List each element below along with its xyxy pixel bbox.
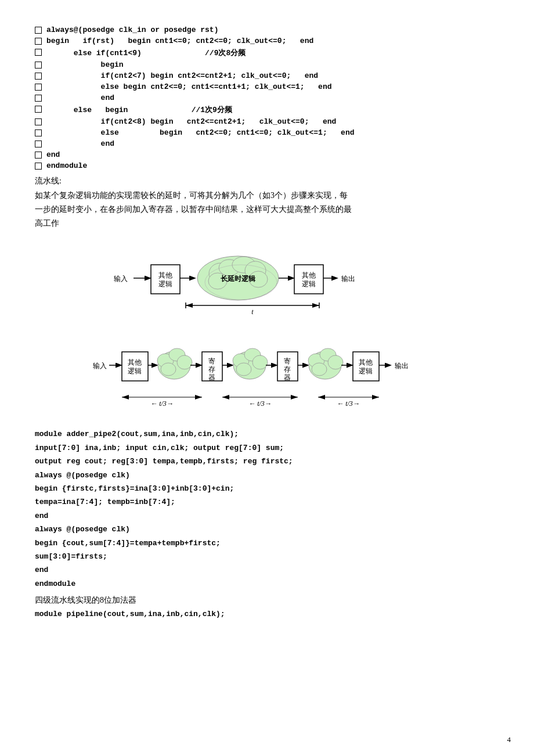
svg-text:长延时逻辑: 长延时逻辑 [221, 275, 256, 283]
code-text: begin [46, 60, 124, 69]
svg-text:← t/3→: ← t/3→ [337, 399, 360, 408]
svg-point-36 [177, 355, 192, 369]
svg-text:存: 存 [208, 365, 215, 373]
checkbox-icon [35, 152, 42, 159]
code-main-line: 四级流水线实现的8位加法器 [35, 593, 499, 607]
code-main-line: input[7:0] ina,inb; input cin,clk; outpu… [35, 441, 499, 455]
code-line: end [35, 139, 499, 148]
svg-text:逻辑: 逻辑 [128, 367, 142, 375]
code-main-line: end [35, 509, 499, 523]
svg-rect-61 [353, 352, 379, 381]
code-line: always@(posedge clk_in or posedge rst) [35, 26, 499, 34]
code-main-line: begin {firstc,firsts}=ina[3:0]+inb[3:0]+… [35, 482, 499, 495]
svg-rect-16 [294, 265, 323, 294]
code-line: else begin cnt2<=0; cnt1<=0; clk_out<=1;… [35, 128, 499, 137]
svg-text:其他: 其他 [359, 358, 373, 366]
svg-marker-67 [122, 395, 129, 399]
code-line: begin [35, 60, 499, 69]
svg-text:器: 器 [284, 373, 291, 381]
code-text: end [46, 93, 114, 102]
code-line: if(cnt2<8) begin cnt2<=cnt2+1; clk_out<=… [35, 117, 499, 126]
code-text: if(cnt2<8) begin cnt2<=cnt2+1; clk_out<=… [46, 117, 336, 126]
svg-text:寄: 寄 [208, 357, 215, 365]
code-line: begin if(rst) begin cnt1<=0; cnt2<=0; cl… [35, 37, 499, 45]
svg-text:逻辑: 逻辑 [302, 280, 316, 288]
svg-text:← t/3→: ← t/3→ [248, 399, 272, 408]
code-line: if(cnt2<7) begin cnt2<=cnt2+1; clk_out<=… [35, 71, 499, 80]
svg-text:输出: 输出 [341, 275, 355, 283]
checkbox-icon [35, 49, 42, 56]
svg-text:← t/3→: ← t/3→ [150, 399, 174, 408]
diagram2: 输入 其他 逻辑 寄 存 器 寄 存 器 [87, 329, 447, 416]
code-main-line: sum[3:0]=firsts; [35, 550, 499, 563]
svg-text:逻辑: 逻辑 [359, 367, 373, 375]
code-text: if(cnt2<7) begin cnt2<=cnt2+1; clk_out<=… [46, 71, 318, 80]
code-main-line: module pipeline(cout,sum,ina,inb,cin,clk… [35, 607, 499, 621]
checkbox-icon [35, 38, 42, 45]
svg-marker-76 [372, 395, 379, 399]
svg-point-48 [236, 363, 251, 376]
diagrams-container: 输入 其他 逻辑 长延时逻辑 其他 逻辑 输出 t [35, 242, 499, 416]
svg-text:输出: 输出 [395, 362, 409, 370]
svg-point-47 [252, 355, 268, 369]
code-text: else begin cnt2<=0; cnt1<=0; clk_out<=1;… [46, 128, 355, 137]
code-main-line: always @(posedge clk) [35, 523, 499, 536]
code-text: else if(cnt1<9) //9次8分频 [46, 48, 246, 58]
svg-marker-71 [222, 395, 229, 399]
checkbox-icon [35, 129, 42, 136]
code-section-top: always@(posedge clk_in or posedge rst)be… [35, 26, 499, 170]
svg-point-59 [312, 363, 327, 376]
svg-rect-2 [151, 265, 180, 294]
code-text: end [46, 139, 114, 148]
checkbox-icon [35, 95, 42, 102]
code-text: else begin //1次9分频 [46, 105, 232, 115]
pipeline-title: 流水线: [35, 176, 499, 186]
svg-point-58 [328, 355, 343, 369]
code-main-line: tempa=ina[7:4]; tempb=inb[7:4]; [35, 495, 499, 509]
svg-marker-72 [291, 395, 298, 399]
svg-text:逻辑: 逻辑 [158, 280, 172, 288]
svg-point-37 [161, 363, 176, 376]
checkbox-icon [35, 27, 42, 34]
svg-text:器: 器 [208, 373, 215, 381]
svg-text:存: 存 [284, 365, 291, 373]
svg-marker-25 [186, 303, 193, 308]
svg-text:输入: 输入 [114, 275, 128, 283]
code-text: always@(posedge clk_in or posedge rst) [46, 26, 218, 34]
code-main-line: begin {cout,sum[7:4]}=tempa+tempb+firstc… [35, 537, 499, 550]
code-line: else begin //1次9分频 [35, 105, 499, 115]
svg-text:其他: 其他 [158, 271, 172, 279]
code-text: else begin cnt2<=0; cnt1<=cnt1+1; clk_ou… [46, 82, 331, 91]
pipeline-body: 如某个复杂逻辑功能的实现需较长的延时，可将其分解为几个（如3个）步骤来实现，每 … [35, 189, 499, 230]
code-text: end [46, 150, 60, 159]
diagram1: 输入 其他 逻辑 长延时逻辑 其他 逻辑 输出 t [104, 242, 430, 317]
code-main-line: output reg cout; reg[3:0] tempa,tempb,fi… [35, 455, 499, 468]
svg-marker-68 [195, 395, 202, 399]
checkbox-icon [35, 73, 42, 80]
svg-text:其他: 其他 [302, 271, 316, 279]
code-line: end [35, 150, 499, 159]
code-main-line: module adder_pipe2(cout,sum,ina,inb,cin,… [35, 427, 499, 441]
code-line: endmodule [35, 161, 499, 170]
checkbox-icon [35, 141, 42, 147]
checkbox-icon [35, 62, 42, 69]
svg-marker-75 [318, 395, 325, 399]
two-stage-pipeline-section: module adder_pipe2(cout,sum,ina,inb,cin,… [35, 427, 499, 621]
svg-text:其他: 其他 [128, 358, 142, 366]
svg-rect-29 [122, 352, 148, 381]
code-text: endmodule [46, 161, 87, 170]
svg-text:输入: 输入 [93, 362, 107, 370]
svg-text:寄: 寄 [284, 357, 291, 365]
checkbox-icon [35, 106, 42, 113]
svg-text:t: t [251, 308, 254, 316]
checkbox-icon [35, 84, 42, 91]
code-main-line: endmodule [35, 577, 499, 591]
checkbox-icon [35, 118, 42, 125]
code-line: end [35, 93, 499, 102]
code-line: else begin cnt2<=0; cnt1<=cnt1+1; clk_ou… [35, 82, 499, 91]
code-line: else if(cnt1<9) //9次8分频 [35, 48, 499, 58]
code-main-line: always @(posedge clk) [35, 469, 499, 482]
code-main-line: end [35, 563, 499, 577]
svg-marker-26 [312, 303, 319, 308]
code-text: begin if(rst) begin cnt1<=0; cnt2<=0; cl… [46, 37, 313, 45]
